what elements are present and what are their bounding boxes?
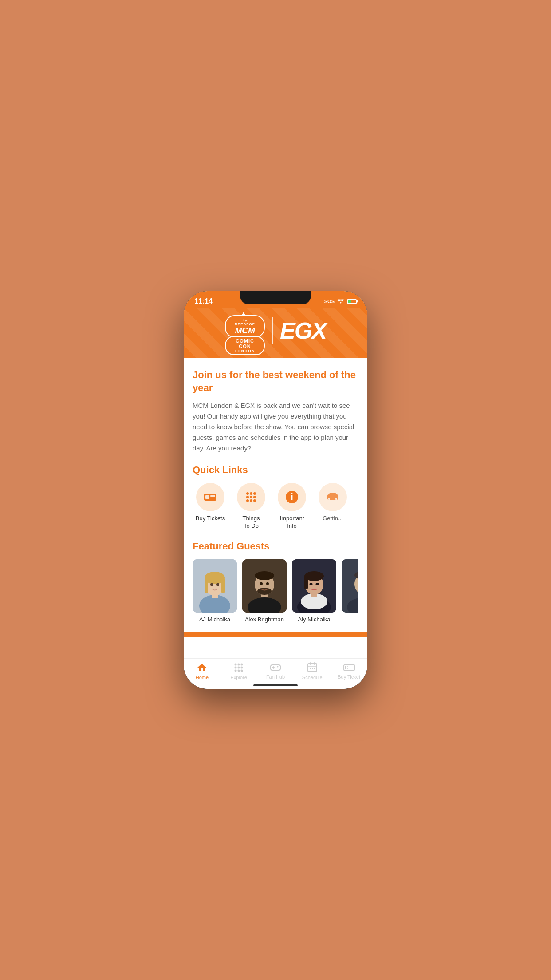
svg-point-8 — [253, 492, 256, 495]
wifi-icon — [337, 299, 344, 304]
svg-point-67 — [277, 666, 278, 668]
hero-headline: Join us for the best weekend of the year — [193, 369, 358, 394]
guest-alex-brightman[interactable]: Alex Brightman — [242, 559, 287, 623]
nav-buy-ticket[interactable]: Buy Ticket — [335, 663, 363, 680]
sos-indicator: SOS — [324, 299, 335, 304]
svg-point-56 — [238, 664, 240, 666]
svg-point-10 — [250, 496, 252, 498]
svg-point-6 — [246, 492, 249, 495]
svg-rect-19 — [328, 498, 330, 500]
svg-rect-78 — [345, 666, 346, 669]
svg-rect-44 — [304, 576, 308, 589]
reedpop-text: by REEDPOP — [232, 318, 258, 326]
svg-point-62 — [238, 670, 240, 672]
nav-schedule-label: Schedule — [302, 675, 323, 680]
svg-rect-73 — [310, 668, 311, 669]
quick-link-things-to-do[interactable]: ThingsTo Do — [233, 483, 269, 530]
guest-photo-alex — [242, 559, 287, 612]
svg-point-61 — [235, 670, 237, 672]
buy-tickets-label: Buy Tickets — [196, 515, 225, 522]
getting-there-label: Gettin... — [323, 515, 343, 522]
buy-tickets-icon — [196, 483, 224, 511]
battery-icon — [347, 299, 357, 304]
svg-point-13 — [250, 499, 252, 502]
quick-links-section: Quick Links — [184, 464, 367, 533]
gamepad-icon — [270, 663, 281, 672]
svg-rect-3 — [210, 495, 215, 497]
svg-rect-27 — [221, 578, 225, 593]
things-to-do-label: ThingsTo Do — [242, 515, 260, 530]
svg-rect-74 — [312, 668, 313, 669]
nav-home-label: Home — [196, 675, 209, 680]
guests-row: AJ Michalka — [193, 559, 358, 626]
svg-point-11 — [253, 496, 256, 498]
svg-point-45 — [310, 583, 313, 585]
nav-fan-hub-label: Fan Hub — [266, 674, 285, 680]
guest-name-aly: Aly Michalka — [298, 616, 331, 623]
important-info-label: ImportantInfo — [280, 515, 304, 530]
guest-photo-b — [342, 559, 358, 612]
svg-point-57 — [241, 664, 243, 666]
guest-aly-michalka[interactable]: Aly Michalka — [292, 559, 336, 623]
svg-point-58 — [235, 667, 237, 669]
quick-link-getting-there[interactable]: Gettin... — [315, 483, 350, 530]
svg-point-34 — [255, 571, 274, 580]
notch — [240, 291, 311, 304]
nav-fan-hub[interactable]: Fan Hub — [261, 663, 290, 680]
nav-schedule[interactable]: Schedule — [298, 662, 327, 680]
svg-point-12 — [246, 499, 249, 502]
hero-body: MCM London & EGX is back and we can't wa… — [193, 400, 358, 454]
svg-point-55 — [235, 664, 237, 666]
svg-point-46 — [316, 583, 319, 585]
nav-buy-ticket-label: Buy Ticket — [338, 674, 360, 680]
featured-guests-title: Featured Guests — [193, 533, 358, 552]
nav-explore[interactable]: Explore — [224, 662, 253, 680]
important-info-icon: i — [278, 483, 306, 511]
schedule-icon — [307, 662, 318, 673]
getting-there-icon — [319, 483, 347, 511]
svg-rect-69 — [308, 664, 317, 672]
phone-frame: 11:14 SOS — [184, 291, 367, 689]
egx-logo: EGX — [280, 319, 326, 342]
svg-point-60 — [241, 667, 243, 669]
home-indicator — [253, 684, 298, 686]
header-hero: by REEDPOP MCM COMIC CON LONDON — [184, 308, 367, 358]
hero-section: Join us for the best weekend of the year… — [184, 358, 367, 454]
comic-con-text: COMIC CON — [231, 338, 259, 349]
guest-aj-michalka[interactable]: AJ Michalka — [193, 559, 237, 623]
svg-point-59 — [238, 667, 240, 669]
main-content: Join us for the best weekend of the year… — [184, 358, 367, 637]
status-icons: SOS — [324, 299, 357, 304]
explore-icon — [233, 662, 244, 673]
guest-b[interactable]: B... — [342, 559, 358, 623]
guest-name-alex: Alex Brightman — [245, 616, 284, 623]
main-scroll[interactable]: Join us for the best weekend of the year… — [184, 358, 367, 658]
nav-explore-label: Explore — [231, 675, 247, 680]
guest-photo-aj — [193, 559, 237, 612]
logo-divider — [272, 317, 273, 344]
svg-point-14 — [253, 499, 256, 502]
orange-strip — [184, 632, 367, 637]
status-time: 11:14 — [194, 297, 213, 305]
guest-photo-aly — [292, 559, 336, 612]
svg-rect-20 — [335, 498, 337, 500]
quick-link-buy-tickets[interactable]: Buy Tickets — [193, 483, 228, 530]
svg-rect-66 — [273, 666, 274, 669]
featured-guests-section: Featured Guests — [184, 533, 367, 626]
nav-home[interactable]: Home — [188, 662, 216, 680]
mcm-badge-text: MCM — [232, 326, 258, 335]
svg-rect-18 — [329, 493, 336, 496]
phone-screen: 11:14 SOS — [184, 291, 367, 689]
logo-container: by REEDPOP MCM COMIC CON LONDON — [193, 312, 358, 349]
svg-rect-4 — [210, 498, 213, 498]
quick-link-important-info[interactable]: i ImportantInfo — [274, 483, 310, 530]
bottom-nav: Home Explore — [184, 658, 367, 689]
svg-point-7 — [250, 492, 252, 495]
things-to-do-icon — [237, 483, 265, 511]
svg-point-63 — [241, 670, 243, 672]
quick-links-row: Buy Tickets — [193, 483, 358, 533]
svg-text:i: i — [291, 492, 293, 502]
svg-point-35 — [257, 588, 272, 595]
mcm-logo: by REEDPOP MCM COMIC CON LONDON — [225, 312, 265, 349]
guest-name-aj: AJ Michalka — [199, 616, 230, 623]
